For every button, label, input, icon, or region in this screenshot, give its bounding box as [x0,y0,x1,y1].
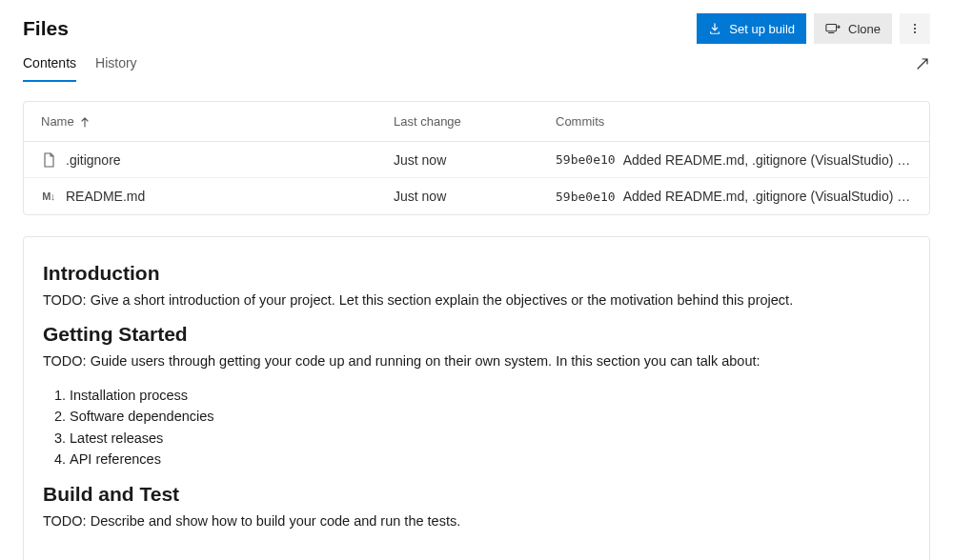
sort-asc-icon [80,116,90,128]
col-header-commits[interactable]: Commits [556,114,912,129]
clone-label: Clone [848,22,881,36]
more-actions-button[interactable] [900,13,930,44]
tab-history[interactable]: History [95,55,137,82]
commit-hash: 59be0e10 [556,190,616,204]
col-commits-label: Commits [556,114,604,129]
svg-point-2 [914,28,916,30]
markdown-icon: M↓ [41,190,56,202]
readme-heading-introduction: Introduction [43,262,910,285]
table-row[interactable]: .gitignore Just now 59be0e10 Added READM… [24,142,929,178]
file-icon [41,152,56,168]
fullscreen-icon [915,56,930,71]
commit-message: Added README.md, .gitignore (VisualStudi… [623,189,912,204]
list-item: Software dependencies [70,406,910,427]
list-item: Latest releases [70,428,910,449]
col-header-name[interactable]: Name [41,114,394,129]
page-header: Files Set up build [23,0,930,50]
tab-contents[interactable]: Contents [23,55,76,82]
readme-paragraph: TODO: Give a short introduction of your … [43,290,910,310]
readme-paragraph: TODO: Guide users through getting your c… [43,351,910,370]
more-vertical-icon [908,22,922,35]
files-table-header: Name Last change Commits [24,102,929,142]
readme-paragraph: TODO: Describe and show how to build you… [43,511,910,530]
col-lastchange-label: Last change [394,114,461,129]
svg-point-3 [914,31,916,33]
col-name-label: Name [41,114,74,129]
svg-point-1 [914,24,916,26]
list-item: Installation process [70,385,910,406]
header-actions: Set up build Clone [697,13,930,44]
file-last-change: Just now [394,152,556,168]
setup-build-button[interactable]: Set up build [697,13,806,44]
file-name: .gitignore [66,152,121,168]
setup-build-label: Set up build [729,22,795,36]
tabs: Contents History [23,50,930,82]
col-header-last-change[interactable]: Last change [394,114,556,129]
commit-hash: 59be0e10 [556,152,616,167]
svg-rect-0 [826,25,837,31]
build-icon [708,22,721,35]
file-name: README.md [66,189,145,204]
readme-heading-getting-started: Getting Started [43,323,910,346]
commit-message: Added README.md, .gitignore (VisualStudi… [623,152,912,168]
readme-steps-list: Installation process Software dependenci… [43,385,910,470]
page-title: Files [23,17,69,40]
files-table: Name Last change Commits [23,101,930,215]
clone-icon [825,22,841,35]
file-last-change: Just now [394,189,556,204]
readme-preview: Introduction TODO: Give a short introduc… [23,236,930,560]
table-row[interactable]: M↓ README.md Just now 59be0e10 Added REA… [24,178,929,214]
list-item: API references [70,449,910,470]
fullscreen-button[interactable] [915,56,930,81]
clone-button[interactable]: Clone [814,13,892,44]
readme-heading-build: Build and Test [43,483,910,506]
